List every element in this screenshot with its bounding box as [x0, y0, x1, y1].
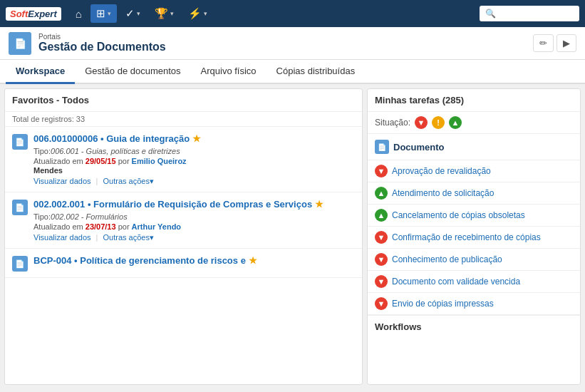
- trophy-chevron-icon: ▾: [170, 10, 174, 17]
- view-data-link[interactable]: Visualizar dados: [33, 177, 91, 185]
- doc-actions: Visualizar dados | Outras ações▾: [33, 233, 355, 242]
- doc-author[interactable]: Emilio Queiroz: [132, 157, 187, 165]
- doc-date: 29/05/15: [86, 157, 116, 165]
- doc-author[interactable]: Arthur Yendo: [132, 222, 181, 231]
- situacao-row: Situação: ▼ ! ▲: [368, 112, 580, 134]
- status-green-filter[interactable]: ▲: [449, 116, 462, 129]
- page-header: 📄 Portais Gestão de Documentos ✏ ▶: [0, 27, 585, 60]
- tab-workspace[interactable]: Workspace: [6, 60, 75, 84]
- status-icon-red: ▼: [375, 165, 388, 177]
- doc-content: BCP-004 • Política de gerenciamento de r…: [33, 254, 355, 272]
- doc-date: 23/07/13: [86, 222, 116, 231]
- page-title: Gestão de Documentos: [38, 41, 166, 53]
- task-item[interactable]: ▲ Cancelamento de cópias obsoletas: [368, 205, 580, 227]
- task-label[interactable]: Envio de cópias impressas: [392, 299, 494, 309]
- main-content: Favoritos - Todos Total de registros: 33…: [0, 84, 585, 389]
- doc-title[interactable]: 006.001000006 • Guia de integração ★: [33, 133, 355, 145]
- task-section-icon: 📄: [375, 140, 389, 154]
- view-data-link[interactable]: Visualizar dados: [33, 233, 91, 242]
- nav-lightning-button[interactable]: ⚡ ▾: [182, 4, 213, 23]
- tab-arquivo[interactable]: Arquivo físico: [191, 60, 266, 84]
- workflows-header: Workflows: [368, 315, 580, 338]
- apps-chevron-icon: ▾: [108, 10, 111, 17]
- right-panel: Minhas tarefas (285) Situação: ▼ ! ▲ 📄 D…: [367, 88, 581, 385]
- list-item: 📄 002.002.001 • Formulário de Requisição…: [5, 192, 362, 249]
- doc-author-line: Mendes: [33, 166, 355, 175]
- tasks-header: Minhas tarefas (285): [368, 89, 580, 112]
- status-icon-red: ▼: [375, 253, 388, 266]
- doc-icon: 📄: [12, 134, 28, 150]
- doc-updated: Atualizado em 29/05/15 por Emilio Queiro…: [33, 157, 355, 165]
- nav-apps-button[interactable]: ⊞ ▾: [90, 4, 117, 23]
- task-label[interactable]: Confirmação de recebimento de cópias: [392, 232, 541, 242]
- nav-check-button[interactable]: ✓ ▾: [120, 4, 146, 23]
- task-label[interactable]: Documento com validade vencida: [392, 277, 520, 287]
- star-icon: ★: [315, 199, 323, 210]
- nav-trophy-button[interactable]: 🏆 ▾: [149, 4, 180, 23]
- separator: |: [96, 233, 98, 242]
- other-actions-link[interactable]: Outras ações▾: [103, 177, 154, 185]
- doc-type: Tipo:006.001 - Guias, políticas e diretr…: [33, 147, 355, 155]
- logo: SoftExpert: [6, 7, 61, 21]
- document-icon: 📄: [14, 38, 26, 49]
- portais-label: Portais: [38, 33, 166, 41]
- doc-actions: Visualizar dados | Outras ações▾: [33, 177, 355, 186]
- more-button[interactable]: ▶: [556, 34, 576, 52]
- status-icon-green: ▲: [375, 187, 388, 200]
- page-header-text: Portais Gestão de Documentos: [38, 33, 166, 53]
- task-item[interactable]: ▼ Envio de cópias impressas: [368, 293, 580, 315]
- status-red-filter[interactable]: ▼: [415, 116, 428, 129]
- status-icon-red: ▼: [375, 297, 388, 310]
- task-item[interactable]: ▼ Conhecimento de publicação: [368, 249, 580, 271]
- doc-icon: 📄: [12, 200, 28, 215]
- doc-updated: Atualizado em 23/07/13 por Arthur Yendo: [33, 222, 355, 231]
- doc-icon: 📄: [12, 256, 28, 272]
- separator: |: [96, 177, 98, 185]
- lightning-chevron-icon: ▾: [204, 10, 207, 17]
- search-box: [480, 6, 579, 21]
- other-actions-link[interactable]: Outras ações▾: [103, 233, 154, 242]
- task-item[interactable]: ▼ Documento com validade vencida: [368, 271, 580, 293]
- page-header-icon: 📄: [9, 32, 31, 55]
- nav-home-button[interactable]: ⌂: [70, 5, 88, 23]
- check-chevron-icon: ▾: [137, 10, 140, 17]
- status-icon-red: ▼: [375, 275, 388, 288]
- task-item[interactable]: ▲ Atendimento de solicitação: [368, 182, 580, 205]
- task-label[interactable]: Conhecimento de publicação: [392, 254, 502, 264]
- logo-expert: Expert: [28, 9, 56, 19]
- doc-title[interactable]: BCP-004 • Política de gerenciamento de r…: [33, 254, 355, 267]
- task-label[interactable]: Atendimento de solicitação: [392, 188, 494, 198]
- search-input[interactable]: [485, 9, 574, 19]
- task-label[interactable]: Aprovação de revalidação: [392, 166, 491, 176]
- task-section-header: 📄 Documento: [368, 134, 580, 160]
- favorites-header: Favoritos - Todos: [5, 89, 362, 112]
- tabs-bar: Workspace Gestão de documentos Arquivo f…: [0, 60, 585, 84]
- left-panel: Favoritos - Todos Total de registros: 33…: [4, 88, 363, 385]
- list-item: 📄 BCP-004 • Política de gerenciamento de…: [5, 249, 362, 278]
- list-item: 📄 006.001000006 • Guia de integração ★ T…: [5, 127, 362, 192]
- situacao-label: Situação:: [375, 118, 410, 128]
- navbar: SoftExpert ⌂ ⊞ ▾ ✓ ▾ 🏆 ▾ ⚡ ▾: [0, 0, 585, 27]
- task-item[interactable]: ▼ Confirmação de recebimento de cópias: [368, 227, 580, 249]
- page-header-actions: ✏ ▶: [533, 34, 576, 52]
- doc-content: 006.001000006 • Guia de integração ★ Tip…: [33, 133, 355, 186]
- edit-button[interactable]: ✏: [533, 34, 554, 52]
- tab-copias[interactable]: Cópias distribuídas: [266, 60, 366, 84]
- total-count: Total de registros: 33: [5, 112, 362, 127]
- doc-content: 002.002.001 • Formulário de Requisição d…: [33, 198, 355, 242]
- logo-soft: Soft: [10, 9, 28, 19]
- task-section-title: Documento: [393, 142, 445, 153]
- status-icon-green: ▲: [375, 209, 388, 222]
- doc-title[interactable]: 002.002.001 • Formulário de Requisição d…: [33, 198, 355, 211]
- status-orange-filter[interactable]: !: [432, 116, 445, 129]
- status-icon-red: ▼: [375, 231, 388, 244]
- doc-type: Tipo:002.002 - Formulários: [33, 212, 355, 221]
- star-icon: ★: [249, 255, 257, 266]
- task-label[interactable]: Cancelamento de cópias obsoletas: [392, 210, 525, 220]
- star-icon: ★: [192, 133, 201, 144]
- task-item[interactable]: ▼ Aprovação de revalidação: [368, 160, 580, 182]
- tab-gestao[interactable]: Gestão de documentos: [75, 60, 190, 84]
